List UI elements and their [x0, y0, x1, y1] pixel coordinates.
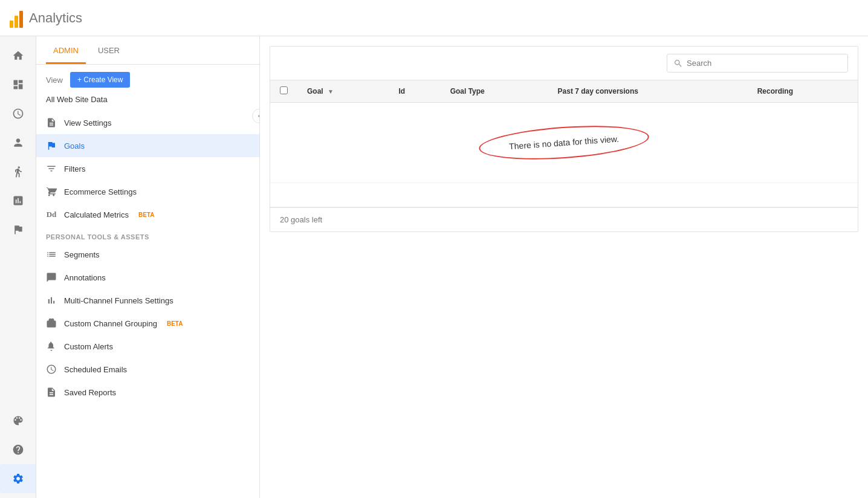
sidebar-item-person[interactable] [0, 128, 36, 157]
checkbox-col-header [270, 80, 297, 103]
goals-table: Goal ▼ Id Goal Type Past 7 day conversio… [270, 80, 858, 207]
flag-icon [46, 140, 57, 151]
sidebar-item-behavior[interactable] [0, 186, 36, 215]
nav-item-scheduled-emails-label: Scheduled Emails [64, 365, 127, 374]
beta-badge: BETA [138, 212, 154, 218]
search-input-wrap[interactable] [667, 54, 848, 73]
nav-item-scheduled-emails[interactable]: Scheduled Emails [36, 358, 259, 381]
nav-item-saved-reports[interactable]: Saved Reports [36, 381, 259, 404]
empty-spacer-row [270, 183, 858, 207]
view-label: View [46, 76, 63, 85]
dd-icon: Dd [46, 209, 57, 220]
admin-user-tabs: ADMIN USER [36, 36, 259, 65]
goals-panel: Goal ▼ Id Goal Type Past 7 day conversio… [270, 46, 858, 232]
icon-sidebar [0, 36, 36, 498]
nav-item-ecommerce[interactable]: Ecommerce Settings [36, 180, 259, 203]
nav-item-multi-channel[interactable]: Multi-Channel Funnels Settings [36, 289, 259, 312]
sidebar-item-help[interactable] [0, 435, 36, 464]
view-section: View + Create View [36, 65, 259, 92]
table-header-row: Goal ▼ Id Goal Type Past 7 day conversio… [270, 80, 858, 103]
sidebar-item-conversions[interactable] [0, 215, 36, 244]
recording-col-header: Recording [748, 80, 858, 103]
search-icon [673, 58, 683, 68]
no-data-row: There is no data for this view. [270, 102, 858, 183]
search-input[interactable] [687, 59, 841, 68]
nav-item-view-settings-label: View Settings [64, 118, 112, 128]
settings-doc-icon [46, 117, 57, 128]
nav-item-annotations-label: Annotations [64, 273, 106, 282]
alerts-icon [46, 341, 57, 352]
nav-item-goals-label: Goals [64, 141, 85, 150]
nav-list: View Settings Goals Filters [36, 111, 259, 498]
bottom-icons [0, 406, 36, 498]
search-bar-row [270, 47, 858, 80]
nav-item-segments-label: Segments [64, 250, 100, 259]
nav-item-annotations[interactable]: Annotations [36, 266, 259, 289]
nav-item-calculated-metrics-label: Calculated Metrics [64, 210, 129, 219]
create-view-button[interactable]: + Create View [70, 72, 131, 88]
nav-item-multi-channel-label: Multi-Channel Funnels Settings [64, 296, 173, 305]
sidebar-item-acquisition[interactable] [0, 157, 36, 186]
nav-item-saved-reports-label: Saved Reports [64, 388, 116, 397]
nav-item-goals[interactable]: Goals [36, 134, 259, 157]
nav-item-filters-label: Filters [64, 164, 85, 173]
nav-item-filters[interactable]: Filters [36, 157, 259, 180]
nav-item-custom-alerts-label: Custom Alerts [64, 342, 113, 351]
sidebar-item-dashboard[interactable] [0, 70, 36, 99]
select-all-checkbox[interactable] [280, 86, 288, 94]
nav-item-ecommerce-label: Ecommerce Settings [64, 187, 137, 196]
content-area: Goal ▼ Id Goal Type Past 7 day conversio… [260, 36, 868, 498]
bar-chart-icon [46, 295, 57, 306]
goal-type-col-header: Goal Type [441, 80, 548, 103]
custom-channel-beta-badge: BETA [167, 320, 183, 327]
grouping-icon [46, 318, 57, 329]
nav-item-calculated-metrics[interactable]: Dd Calculated Metrics BETA [36, 203, 259, 226]
segments-icon [46, 249, 57, 260]
nav-item-view-settings[interactable]: View Settings [36, 111, 259, 134]
personal-tools-header: PERSONAL TOOLS & ASSETS [36, 226, 259, 243]
sidebar-item-clock[interactable] [0, 99, 36, 128]
tab-user[interactable]: USER [91, 36, 127, 64]
sidebar-item-custom[interactable] [0, 406, 36, 435]
all-web-label: All Web Site Data [36, 92, 259, 111]
filter-icon [46, 163, 57, 174]
id-col-header: Id [389, 80, 441, 103]
sidebar-item-settings[interactable] [0, 464, 36, 493]
app-title: Analytics [29, 10, 82, 26]
nav-item-segments[interactable]: Segments [36, 243, 259, 266]
cart-icon [46, 186, 57, 197]
annotations-icon [46, 272, 57, 283]
nav-item-custom-alerts[interactable]: Custom Alerts [36, 335, 259, 358]
clock-icon [46, 364, 57, 375]
logo [10, 8, 23, 28]
nav-sidebar: ADMIN USER View + Create View All Web Si… [36, 36, 260, 498]
sort-arrow-icon: ▼ [328, 88, 334, 95]
sidebar-item-home[interactable] [0, 41, 36, 70]
tab-admin[interactable]: ADMIN [46, 36, 86, 64]
main-content: Goal ▼ Id Goal Type Past 7 day conversio… [260, 36, 868, 498]
goals-left: 20 goals left [270, 207, 858, 231]
goal-col-header: Goal ▼ [297, 80, 389, 103]
past-7-day-col-header: Past 7 day conversions [548, 80, 748, 103]
nav-item-custom-channel[interactable]: Custom Channel Grouping BETA [36, 312, 259, 335]
no-data-cell: There is no data for this view. [270, 102, 858, 183]
doc-icon [46, 387, 57, 398]
nav-item-custom-channel-label: Custom Channel Grouping [64, 319, 157, 328]
no-data-ellipse: There is no data for this view. [478, 121, 650, 164]
app-header: Analytics [0, 0, 868, 36]
main-layout: ADMIN USER View + Create View All Web Si… [0, 36, 868, 498]
